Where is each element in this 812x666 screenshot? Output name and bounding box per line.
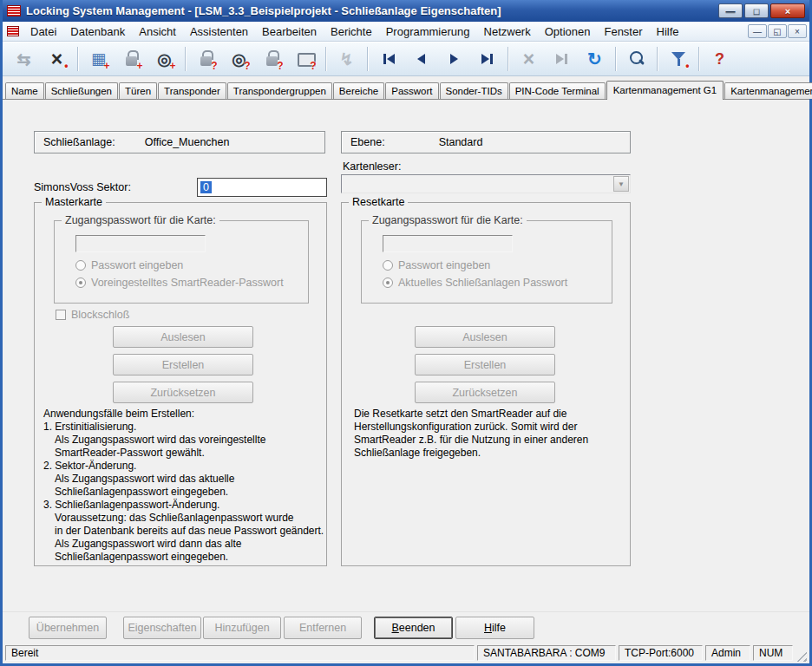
app-window: Locking System Management - [LSM_3.3_Bei… <box>0 0 812 666</box>
mdi-restore-button[interactable]: ◱ <box>768 24 787 38</box>
reset-radio-current-password[interactable]: Aktuelles Schließanlagen Passwort <box>383 277 567 289</box>
minimize-button[interactable]: — <box>718 3 743 18</box>
tab-tueren[interactable]: Türen <box>119 82 157 99</box>
new-transponder-button[interactable] <box>148 45 180 73</box>
radio-checked-icon <box>75 278 86 288</box>
help-button[interactable] <box>704 45 736 73</box>
toolbar-separator <box>77 47 78 71</box>
sector-input[interactable]: 0 <box>197 178 327 197</box>
cancel-icon <box>519 49 540 69</box>
cancel-button[interactable] <box>513 45 545 73</box>
tab-passwort[interactable]: Passwort <box>385 82 438 99</box>
menu-datenbank[interactable]: Datenbank <box>63 23 132 41</box>
menu-netzwerk[interactable]: Netzwerk <box>477 23 538 41</box>
add-button[interactable]: Hinzufügen <box>203 617 281 639</box>
reset-reset-button[interactable]: Zurücksetzen <box>415 382 555 403</box>
mdi-minimize-button[interactable]: — <box>748 24 767 38</box>
close-button[interactable]: × <box>770 3 805 18</box>
tab-kartenmanagement-g2[interactable]: Kartenmanagement G2 <box>724 82 812 99</box>
card-reader-select-value <box>342 175 612 193</box>
tab-content-kartenmanagement-g1: Schließanlage: Office_Muenchen Ebene: St… <box>3 99 809 611</box>
tab-name[interactable]: Name <box>5 82 44 99</box>
tab-schliessungen[interactable]: Schließungen <box>45 82 118 99</box>
menu-datei[interactable]: Datei <box>23 23 63 41</box>
master-password-group: Zugangspasswort für die Karte: Passwort … <box>54 220 309 304</box>
read-transponder-button[interactable] <box>223 45 255 73</box>
menu-bearbeiten[interactable]: Bearbeiten <box>255 23 324 41</box>
menu-assistenten[interactable]: Assistenten <box>183 23 255 41</box>
read-lock-button[interactable] <box>190 45 222 73</box>
filter-button[interactable] <box>662 45 694 73</box>
help-icon <box>710 49 730 69</box>
master-info-text: Anwendungsfälle beim Erstellen: 1. Ersti… <box>43 408 324 564</box>
status-bar: Bereit SANTABARBARA : COM9 TCP-Port:6000… <box>3 643 809 663</box>
menu-hilfe[interactable]: Hilfe <box>650 23 686 41</box>
toolbar <box>3 42 809 76</box>
block-lock-checkbox[interactable]: Blockschloß <box>56 309 129 321</box>
menu-programmierung[interactable]: Programmierung <box>379 23 477 41</box>
window-title: Locking System Management - [LSM_3.3_Bei… <box>26 4 718 17</box>
help-dialog-button[interactable]: Hilfe <box>455 617 534 639</box>
tab-pin-code-terminal[interactable]: PIN-Code Terminal <box>509 82 606 99</box>
master-password-field[interactable] <box>75 235 206 252</box>
chevron-down-icon[interactable] <box>613 176 629 192</box>
read-smartcard-icon <box>262 49 283 69</box>
refresh-button[interactable] <box>579 45 611 73</box>
menu-optionen[interactable]: Optionen <box>538 23 598 41</box>
first-record-button[interactable] <box>372 45 404 73</box>
tab-bar: Name Schließungen Türen Transponder Tran… <box>3 76 809 99</box>
master-read-button[interactable]: Auslesen <box>113 326 253 348</box>
menu-berichte[interactable]: Berichte <box>324 23 379 41</box>
skip-button[interactable] <box>546 45 578 73</box>
sector-input-value: 0 <box>200 181 212 193</box>
title-bar: Locking System Management - [LSM_3.3_Bei… <box>3 0 809 22</box>
search-button[interactable] <box>620 45 652 73</box>
tab-transponder[interactable]: Transponder <box>158 82 226 99</box>
menu-ansicht[interactable]: Ansicht <box>132 23 183 41</box>
sector-label: SimonsVoss Sektor: <box>34 181 131 193</box>
previous-record-icon <box>411 49 432 69</box>
tab-kartenmanagement-g1[interactable]: Kartenmanagement G1 <box>606 81 724 100</box>
new-lock-button[interactable] <box>115 45 147 73</box>
reset-card-group-title: Resetkarte <box>349 196 408 208</box>
properties-button[interactable]: Eigenschaften <box>123 617 201 639</box>
toolbar-separator <box>325 47 326 71</box>
master-reset-button[interactable]: Zurücksetzen <box>113 382 253 403</box>
resize-grip[interactable] <box>796 650 807 662</box>
tab-transpondergruppen[interactable]: Transpondergruppen <box>227 82 332 99</box>
master-radio-enter-password-label: Passwort eingeben <box>91 259 183 271</box>
card-reader-select[interactable] <box>341 174 631 193</box>
reset-radio-enter-password-label: Passwort eingeben <box>398 259 490 271</box>
toolbar-separator <box>367 47 368 71</box>
previous-record-button[interactable] <box>405 45 437 73</box>
reset-read-button[interactable]: Auslesen <box>415 326 555 348</box>
master-create-button[interactable]: Erstellen <box>113 354 253 375</box>
toolbar-separator <box>698 47 699 71</box>
last-record-button[interactable] <box>471 45 503 73</box>
disconnect-button[interactable] <box>41 45 73 73</box>
read-smartcard-button[interactable] <box>256 45 288 73</box>
new-lock-icon <box>121 49 142 69</box>
maximize-button[interactable]: □ <box>744 3 769 18</box>
tab-sonder-tids[interactable]: Sonder-TIDs <box>440 82 508 99</box>
new-transponder-icon <box>154 49 175 69</box>
menu-fenster[interactable]: Fenster <box>597 23 649 41</box>
reset-password-field[interactable] <box>383 235 513 252</box>
level-label: Ebene: <box>350 136 385 148</box>
program-button[interactable] <box>331 45 363 73</box>
reset-create-button[interactable]: Erstellen <box>415 354 555 375</box>
program-icon <box>337 49 357 69</box>
master-radio-enter-password[interactable]: Passwort eingeben <box>75 259 183 271</box>
reset-radio-enter-password[interactable]: Passwort eingeben <box>383 259 490 271</box>
new-locking-system-button[interactable] <box>82 45 115 73</box>
mdi-close-button[interactable]: × <box>788 24 807 38</box>
tab-bereiche[interactable]: Bereiche <box>333 82 384 99</box>
apply-button[interactable]: Übernehmen <box>29 617 107 639</box>
remove-button[interactable]: Entfernen <box>284 617 362 639</box>
connect-button[interactable] <box>8 45 40 73</box>
exit-button[interactable]: Beenden <box>374 617 453 639</box>
test-dialog-button[interactable] <box>289 45 321 73</box>
last-record-icon <box>477 49 498 69</box>
master-radio-preset-password[interactable]: Voreingestelltes SmartReader-Passwort <box>75 277 284 289</box>
next-record-button[interactable] <box>438 45 470 73</box>
